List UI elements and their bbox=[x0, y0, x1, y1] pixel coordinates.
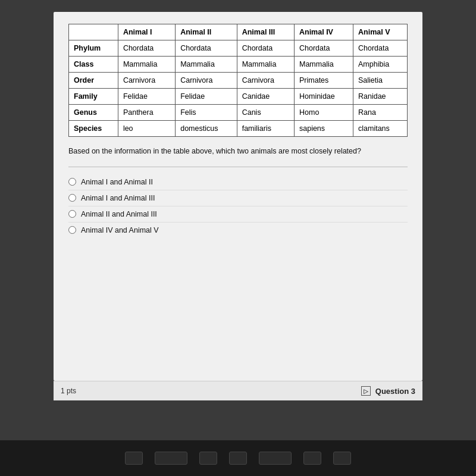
row-label-class: Class bbox=[69, 57, 118, 73]
row-label-genus: Genus bbox=[69, 105, 118, 121]
table-row: FamilyFelidaeFelidaeCanidaeHominidaeRani… bbox=[69, 89, 408, 105]
table-header-animal-1: Animal I bbox=[118, 24, 175, 40]
cell-order-animal-2: Carnivora bbox=[176, 73, 237, 89]
option-1[interactable]: Animal I and Animal II bbox=[68, 174, 408, 190]
taskbar-key-7 bbox=[333, 452, 351, 465]
divider bbox=[68, 167, 408, 167]
cell-class-animal-1: Mammalia bbox=[118, 57, 175, 73]
row-label-order: Order bbox=[69, 73, 118, 89]
cell-order-animal-1: Carnivora bbox=[118, 73, 175, 89]
question-label-text: Question 3 bbox=[375, 387, 415, 396]
cell-species-animal-2: domesticus bbox=[176, 121, 237, 137]
cell-species-animal-5: clamitans bbox=[353, 121, 408, 137]
table-row: PhylumChordataChordataChordataChordataCh… bbox=[69, 40, 408, 57]
option-4[interactable]: Animal IV and Animal V bbox=[68, 223, 408, 238]
question-text: Based on the information in the table ab… bbox=[68, 146, 408, 157]
content-area: Animal IAnimal IIAnimal IIIAnimal IVAnim… bbox=[54, 12, 422, 381]
cell-phylum-animal-2: Chordata bbox=[176, 40, 237, 57]
question-label: ▷ Question 3 bbox=[361, 386, 415, 396]
cell-family-animal-1: Felidae bbox=[118, 89, 175, 105]
cell-order-animal-4: Primates bbox=[294, 73, 353, 89]
cell-species-animal-1: leo bbox=[118, 121, 175, 137]
options-list: Animal I and Animal IIAnimal I and Anima… bbox=[68, 174, 408, 238]
option-3[interactable]: Animal II and Animal III bbox=[68, 206, 408, 223]
cell-phylum-animal-5: Chordata bbox=[353, 40, 408, 57]
cell-family-animal-5: Ranidae bbox=[353, 89, 408, 105]
option-label-2: Animal I and Animal III bbox=[81, 194, 155, 202]
option-label-4: Animal IV and Animal V bbox=[81, 226, 159, 234]
radio-2[interactable] bbox=[68, 194, 76, 202]
question-icon: ▷ bbox=[361, 386, 371, 396]
cell-family-animal-4: Hominidae bbox=[294, 89, 353, 105]
cell-genus-animal-2: Felis bbox=[176, 105, 237, 121]
cell-order-animal-5: Salietia bbox=[353, 73, 408, 89]
pts-label: 1 pts bbox=[61, 387, 76, 395]
taskbar-key-2 bbox=[155, 452, 187, 465]
cell-species-animal-3: familiaris bbox=[237, 121, 294, 137]
cell-species-animal-4: sapiens bbox=[294, 121, 353, 137]
option-label-3: Animal II and Animal III bbox=[81, 210, 157, 218]
table-header-animal-2: Animal II bbox=[176, 24, 237, 40]
cell-order-animal-3: Carnivora bbox=[237, 73, 294, 89]
cell-genus-animal-4: Homo bbox=[294, 105, 353, 121]
table-header-label bbox=[69, 24, 118, 40]
taskbar-key-6 bbox=[303, 452, 321, 465]
screen: Animal IAnimal IIAnimal IIIAnimal IVAnim… bbox=[0, 0, 476, 476]
table-row: GenusPantheraFelisCanisHomoRana bbox=[69, 105, 408, 121]
cell-family-animal-2: Felidae bbox=[176, 89, 237, 105]
table-header-animal-3: Animal III bbox=[237, 24, 294, 40]
table-header-animal-4: Animal IV bbox=[294, 24, 353, 40]
classification-table: Animal IAnimal IIAnimal IIIAnimal IVAnim… bbox=[68, 24, 408, 137]
row-label-phylum: Phylum bbox=[69, 40, 118, 57]
cell-phylum-animal-3: Chordata bbox=[237, 40, 294, 57]
taskbar-key-3 bbox=[199, 452, 217, 465]
row-label-family: Family bbox=[69, 89, 118, 105]
cell-class-animal-5: Amphibia bbox=[353, 57, 408, 73]
row-label-species: Species bbox=[69, 121, 118, 137]
taskbar-key-1 bbox=[125, 452, 143, 465]
option-label-1: Animal I and Animal II bbox=[81, 178, 153, 186]
radio-4[interactable] bbox=[68, 226, 76, 234]
question-footer: 1 pts ▷ Question 3 bbox=[54, 381, 422, 400]
cell-genus-animal-1: Panthera bbox=[118, 105, 175, 121]
taskbar bbox=[0, 440, 476, 476]
table-row: ClassMammaliaMammaliaMammaliaMammaliaAmp… bbox=[69, 57, 408, 73]
cell-class-animal-4: Mammalia bbox=[294, 57, 353, 73]
table-header-animal-5: Animal V bbox=[353, 24, 408, 40]
option-2[interactable]: Animal I and Animal III bbox=[68, 190, 408, 206]
cell-genus-animal-3: Canis bbox=[237, 105, 294, 121]
cell-class-animal-3: Mammalia bbox=[237, 57, 294, 73]
radio-1[interactable] bbox=[68, 178, 76, 186]
cell-class-animal-2: Mammalia bbox=[176, 57, 237, 73]
taskbar-key-5 bbox=[259, 452, 292, 465]
taskbar-key-4 bbox=[229, 452, 247, 465]
cell-phylum-animal-1: Chordata bbox=[118, 40, 175, 57]
radio-3[interactable] bbox=[68, 210, 76, 218]
cell-phylum-animal-4: Chordata bbox=[294, 40, 353, 57]
table-row: OrderCarnivoraCarnivoraCarnivoraPrimates… bbox=[69, 73, 408, 89]
table-row: Speciesleodomesticusfamiliarissapienscla… bbox=[69, 121, 408, 137]
cell-family-animal-3: Canidae bbox=[237, 89, 294, 105]
cell-genus-animal-5: Rana bbox=[353, 105, 408, 121]
